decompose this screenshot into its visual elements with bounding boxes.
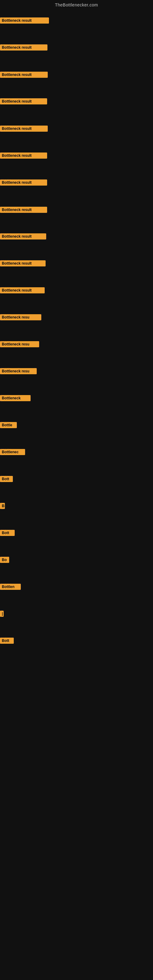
bottleneck-bar-18: Bott: [0, 476, 13, 482]
bottleneck-bar-3: Bottleneck result: [0, 72, 48, 78]
bar-row-15: Bottleneck: [0, 395, 30, 402]
bar-row-21: Bo: [0, 557, 9, 564]
bottleneck-bar-21: Bo: [0, 557, 9, 563]
bar-row-6: Bottleneck result: [0, 153, 47, 160]
bar-row-9: Bottleneck result: [0, 233, 46, 241]
bottleneck-bar-17: Bottlenec: [0, 449, 25, 455]
bottleneck-bar-11: Bottleneck result: [0, 287, 45, 293]
bottleneck-bar-22: Bottlen: [0, 584, 21, 590]
bar-row-2: Bottleneck result: [0, 45, 48, 52]
bottleneck-bar-2: Bottleneck result: [0, 45, 48, 51]
bottleneck-bar-7: Bottleneck result: [0, 180, 47, 186]
bar-row-12: Bottleneck resu: [0, 314, 41, 321]
bottleneck-bar-9: Bottleneck result: [0, 233, 46, 240]
bar-row-8: Bottleneck result: [0, 207, 47, 214]
bar-row-16: Bottle: [0, 422, 17, 430]
bar-row-4: Bottleneck result: [0, 98, 47, 106]
bottleneck-bar-1: Bottleneck result: [0, 18, 49, 24]
site-title: TheBottlenecker.com: [0, 0, 153, 9]
bottleneck-bar-6: Bottleneck result: [0, 153, 47, 159]
bar-row-7: Bottleneck result: [0, 180, 47, 187]
bar-row-10: Bottleneck result: [0, 260, 46, 268]
bar-row-24: Bott: [0, 638, 14, 645]
bar-row-17: Bottlenec: [0, 449, 25, 456]
bottleneck-bar-10: Bottleneck result: [0, 260, 46, 266]
bottleneck-bar-20: Bott: [0, 530, 15, 536]
bottleneck-bar-24: Bott: [0, 638, 14, 644]
bar-row-14: Bottleneck resu: [0, 368, 37, 375]
bar-row-3: Bottleneck result: [0, 72, 48, 79]
bottleneck-bar-19: B: [0, 503, 5, 509]
bar-row-5: Bottleneck result: [0, 126, 48, 133]
bar-row-1: Bottleneck result: [0, 18, 49, 25]
bottleneck-bar-16: Bottle: [0, 422, 17, 428]
bottleneck-bar-13: Bottleneck resu: [0, 341, 39, 347]
bar-row-23: |: [0, 611, 4, 618]
bottleneck-bar-8: Bottleneck result: [0, 207, 47, 213]
bar-row-18: Bott: [0, 476, 13, 483]
bottleneck-bar-12: Bottleneck resu: [0, 314, 41, 320]
bottleneck-bar-14: Bottleneck resu: [0, 368, 37, 374]
bottleneck-bar-15: Bottleneck: [0, 395, 30, 401]
bar-row-22: Bottlen: [0, 584, 21, 591]
bar-row-11: Bottleneck result: [0, 287, 45, 294]
bar-row-19: B: [0, 503, 5, 510]
bottleneck-bar-4: Bottleneck result: [0, 98, 47, 105]
bottleneck-bar-5: Bottleneck result: [0, 126, 48, 132]
bottleneck-bar-23: |: [0, 611, 4, 617]
bar-row-20: Bott: [0, 530, 15, 537]
bar-row-13: Bottleneck resu: [0, 341, 39, 348]
